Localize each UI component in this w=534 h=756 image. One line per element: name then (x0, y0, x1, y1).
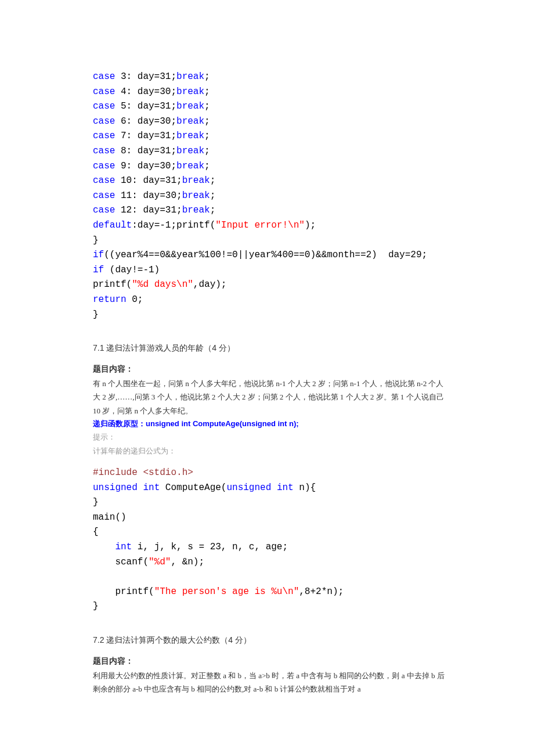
keyword-case: case (93, 146, 115, 156)
code-text: 6: day=30; (115, 116, 176, 127)
prototype-label: 递归函数原型： (93, 419, 146, 428)
code-text: ; (210, 205, 216, 215)
keyword-if: if (93, 250, 104, 260)
keyword-if: if (93, 265, 104, 275)
code-text: 10: day=31; (115, 175, 182, 186)
hint-text: 计算年龄的递归公式为： (93, 444, 447, 458)
keyword-case: case (93, 190, 115, 201)
keyword-break: break (176, 87, 204, 97)
code-text: ; (204, 131, 210, 141)
keyword-unsigned: unsigned (93, 483, 138, 493)
subheading-content: 题目内容： (93, 656, 447, 667)
code-text: ,8+2*n); (299, 586, 344, 597)
code-text: n){ (294, 483, 316, 493)
code-text: 4: day=30; (115, 87, 176, 97)
code-text: ; (204, 101, 210, 111)
code-text: i, j, k, s = 23, n, c, age; (132, 542, 288, 552)
code-text: 5: day=31; (115, 101, 176, 111)
code-text: 12: day=31; (115, 205, 182, 215)
keyword-case: case (93, 161, 115, 171)
keyword-break: break (182, 175, 210, 186)
code-text: ); (305, 220, 316, 231)
section-heading-72: 7.2 递归法计算两个数的最大公约数（4 分） (93, 635, 447, 646)
subheading-content: 题目内容： (93, 364, 447, 375)
code-text: ; (204, 71, 210, 82)
code-text: main() (93, 512, 127, 523)
code-block-2: #include <stdio.h> unsigned int ComputeA… (93, 466, 447, 614)
code-text: ComputeAge( (160, 483, 226, 493)
section-72-body: 题目内容： 利用最大公约数的性质计算。对正整数 a 和 b，当 a>b 时，若 … (93, 656, 447, 696)
code-text: :day=-1;printf( (132, 220, 215, 231)
code-text: } (93, 497, 99, 507)
code-text: 3: day=31; (115, 71, 176, 82)
string-literal: "Input error!\n" (215, 220, 305, 231)
prototype-line: 递归函数原型：unsigned int ComputeAge(unsigned … (93, 419, 447, 429)
keyword-break: break (176, 101, 204, 111)
preproc-include: #include (93, 467, 138, 478)
keyword-case: case (93, 71, 115, 82)
include-path: <stdio.h> (138, 467, 193, 478)
keyword-case: case (93, 101, 115, 111)
problem-description: 利用最大公约数的性质计算。对正整数 a 和 b，当 a>b 时，若 a 中含有与… (93, 669, 447, 696)
code-text (138, 483, 143, 493)
code-text: ,day); (193, 279, 227, 290)
hint-label: 提示： (93, 430, 447, 444)
keyword-break: break (182, 205, 210, 215)
code-text: } (93, 235, 99, 246)
code-text: ; (204, 146, 210, 156)
string-literal: "%d days\n" (132, 279, 193, 290)
code-block-1: case 3: day=31;break; case 4: day=30;bre… (93, 70, 447, 322)
document-page: case 3: day=31;break; case 4: day=30;bre… (0, 0, 534, 739)
code-text: ; (204, 116, 210, 127)
string-literal: "The person's age is %u\n" (154, 586, 300, 597)
keyword-case: case (93, 131, 115, 141)
code-text: 7: day=31; (115, 131, 176, 141)
keyword-break: break (176, 116, 204, 127)
code-text: (day!=-1) (104, 265, 160, 275)
keyword-case: case (93, 205, 115, 215)
string-literal: "%d" (149, 557, 171, 567)
keyword-break: break (176, 146, 204, 156)
keyword-return: return (93, 294, 127, 305)
problem-description: 有 n 个人围坐在一起，问第 n 个人多大年纪，他说比第 n-1 个人大 2 岁… (93, 377, 447, 417)
code-text: , &n); (171, 557, 204, 567)
section-71-body: 题目内容： 有 n 个人围坐在一起，问第 n 个人多大年纪，他说比第 n-1 个… (93, 364, 447, 458)
code-text: ((year%4==0&&year%100!=0||year%400==0)&&… (104, 250, 427, 260)
keyword-default: default (93, 220, 132, 231)
keyword-case: case (93, 87, 115, 97)
keyword-break: break (176, 161, 204, 171)
code-text: 0; (127, 294, 143, 305)
prototype-code: unsigned int ComputeAge(unsigned int n); (146, 419, 299, 428)
code-text: ; (210, 175, 216, 186)
keyword-case: case (93, 116, 115, 127)
code-text: scanf( (93, 557, 149, 567)
keyword-unsigned: unsigned (226, 483, 271, 493)
keyword-case: case (93, 175, 115, 186)
code-text: { (93, 527, 99, 537)
keyword-int: int (277, 483, 294, 493)
keyword-int: int (143, 483, 160, 493)
section-heading-71: 7.1 递归法计算游戏人员的年龄（4 分） (93, 343, 447, 354)
code-text: ; (210, 190, 216, 201)
code-text: printf( (93, 586, 154, 597)
code-text: ; (204, 161, 210, 171)
keyword-int: int (115, 542, 132, 552)
code-text (93, 542, 115, 552)
code-text: } (93, 309, 99, 320)
code-text: 8: day=31; (115, 146, 176, 156)
keyword-break: break (176, 71, 204, 82)
code-text: 9: day=30; (115, 161, 176, 171)
code-text: printf( (93, 279, 132, 290)
code-text: ; (204, 87, 210, 97)
code-text: 11: day=30; (115, 190, 182, 201)
code-text (271, 483, 277, 493)
keyword-break: break (176, 131, 204, 141)
keyword-break: break (182, 190, 210, 201)
code-text: } (93, 601, 99, 611)
